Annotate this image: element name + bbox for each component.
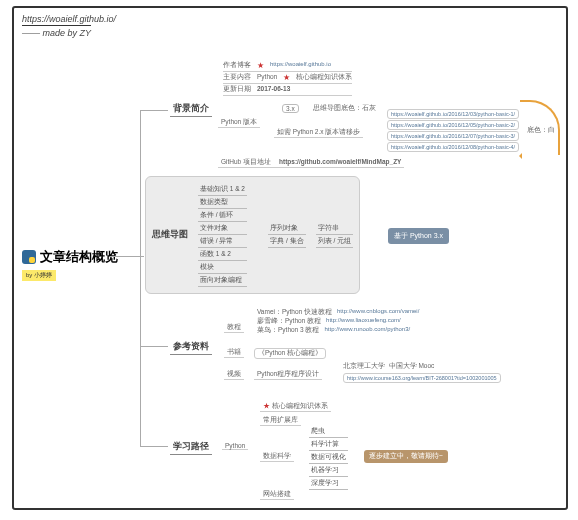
vid-a: 北京理工大学 (343, 362, 385, 369)
author-url[interactable]: https://woaielf.github.io (270, 61, 331, 70)
p-sub: 数据科学 (260, 452, 294, 462)
pi-1: 科学计算 (309, 439, 348, 451)
l-date: 更新日期 (223, 85, 251, 94)
mi-4: 错误 / 异常 (198, 236, 247, 248)
conn3 (140, 346, 168, 347)
conn2 (140, 110, 168, 111)
star-icon-2: ★ (283, 73, 290, 82)
v-date: 2017-06-13 (257, 85, 290, 94)
tut-al[interactable]: http://www.cnblogs.com/vamei/ (337, 308, 419, 317)
conn4 (140, 446, 168, 447)
l-github: GitHub 项目地址 (221, 158, 271, 167)
mind-sub: 序列对象 字典 / 集合 (268, 223, 305, 248)
pi-0: 爬虫 (309, 426, 348, 438)
v-sys: 核心编程知识体系 (296, 73, 352, 82)
pylink-2[interactable]: https://woaielf.github.io/2016/12/05/pyt… (387, 120, 519, 130)
v-2x: 如需 Python 2.x 版本请移步 (274, 128, 363, 138)
v-book: 《Python 核心编程》 (254, 348, 326, 359)
tut-a: Vamei：Python 快速教程 (257, 308, 332, 317)
mind-list: 基础知识 1 & 2 数据类型 条件 / 循环 文件对象 错误 / 异常 函数 … (198, 184, 247, 287)
p-r3: 网站搭建 (260, 490, 294, 500)
pylink-4[interactable]: https://woaielf.github.io/2016/12/08/pyt… (387, 142, 519, 152)
ms-b: 列表 / 元组 (316, 236, 353, 248)
ms-a: 字符串 (316, 223, 353, 235)
p-r1: ★ 核心编程知识体系 (260, 402, 331, 412)
row-github: GitHub 项目地址 https://github.com/woaielf/M… (218, 158, 404, 168)
l-vid: 视频 (224, 370, 244, 380)
v-vid: Python程序程序设计 (254, 370, 322, 380)
v-github[interactable]: https://github.com/woaielf/MindMap_ZY (279, 158, 401, 167)
star-icon: ★ (257, 61, 264, 70)
section-ref[interactable]: 参考资料 (170, 340, 212, 355)
header-credit: —— made by ZY (22, 25, 91, 38)
mind-sub2: 字符串 列表 / 元组 (316, 223, 353, 248)
mi-7: 面向对象编程 (198, 275, 247, 287)
mindmap-box: 思维导图 基础知识 1 & 2 数据类型 条件 / 循环 文件对象 错误 / 异… (145, 176, 360, 294)
ms-c: 字典 / 集合 (268, 236, 305, 248)
section-bg[interactable]: 背景简介 (170, 102, 212, 117)
python-icon (22, 250, 36, 264)
vid-b: 中国大学 Mooc (389, 362, 435, 369)
pi-2: 数据可视化 (309, 452, 348, 464)
note-bg: 思维导图底色：石灰 (310, 104, 379, 113)
l-content: 主要内容 (223, 73, 251, 82)
root-node[interactable]: 文章结构概览 (22, 248, 118, 266)
l-tut: 教程 (224, 323, 244, 333)
ms-k: 序列对象 (268, 223, 305, 235)
mi-0: 基础知识 1 & 2 (198, 184, 247, 196)
tut-b: 廖雪峰：Python 教程 (257, 317, 321, 326)
link-col: https://woaielf.github.io/2016/12/03/pyt… (384, 108, 522, 153)
mi-3: 文件对象 (198, 223, 247, 235)
l-author: 作者博客 (223, 61, 251, 70)
bg-rows: 作者博客★https://woaielf.github.io 主要内容Pytho… (220, 60, 355, 96)
mi-1: 数据类型 (198, 197, 247, 209)
p-items: 爬虫 科学计算 数据可视化 机器学习 深度学习 (306, 426, 351, 490)
l-pyver: Python 版本 (218, 118, 260, 128)
tut-cl[interactable]: http://www.runoob.com/python3/ (324, 326, 410, 335)
mi-5: 函数 1 & 2 (198, 249, 247, 261)
header: https://woaielf.github.io/ —— made by ZY (22, 14, 116, 38)
pylink-1[interactable]: https://woaielf.github.io/2016/12/03/pyt… (387, 109, 519, 119)
section-mind[interactable]: 思维导图 (152, 228, 188, 242)
tut-bl[interactable]: http://www.liaoxuefeng.com/ (326, 317, 401, 326)
p-r1-t: 核心编程知识体系 (272, 402, 328, 409)
p-py: Python (222, 442, 248, 450)
vid-link[interactable]: http://www.icourse163.org/learn/BIT-2680… (343, 373, 501, 383)
pi-4: 深度学习 (309, 478, 348, 490)
header-url[interactable]: https://woaielf.github.io/ (22, 14, 116, 24)
credit-badge: by 小婷婷 (22, 270, 56, 281)
l-book: 书籍 (224, 348, 244, 358)
v-3x: 3.x (282, 104, 299, 113)
badge-wip: 逐步建立中，敬请期待~ (364, 450, 448, 463)
p-r2: 常用扩展库 (260, 416, 301, 426)
conn (110, 256, 144, 257)
pi-3: 机器学习 (309, 465, 348, 477)
root-title: 文章结构概览 (40, 248, 118, 266)
section-path[interactable]: 学习路径 (170, 440, 212, 455)
pylink-3[interactable]: https://woaielf.github.io/2016/12/07/pyt… (387, 131, 519, 141)
tut-c: 菜鸟：Python 3 教程 (257, 326, 319, 335)
tut-rows: Vamei：Python 快速教程http://www.cnblogs.com/… (254, 308, 422, 335)
vconn (140, 110, 141, 446)
mi-6: 模块 (198, 262, 247, 274)
badge-py3: 基于 Python 3.x (388, 228, 449, 244)
mi-2: 条件 / 循环 (198, 210, 247, 222)
v-python: Python (257, 73, 277, 82)
vid-meta: 北京理工大学 中国大学 Mooc http://www.icourse163.o… (340, 362, 504, 384)
